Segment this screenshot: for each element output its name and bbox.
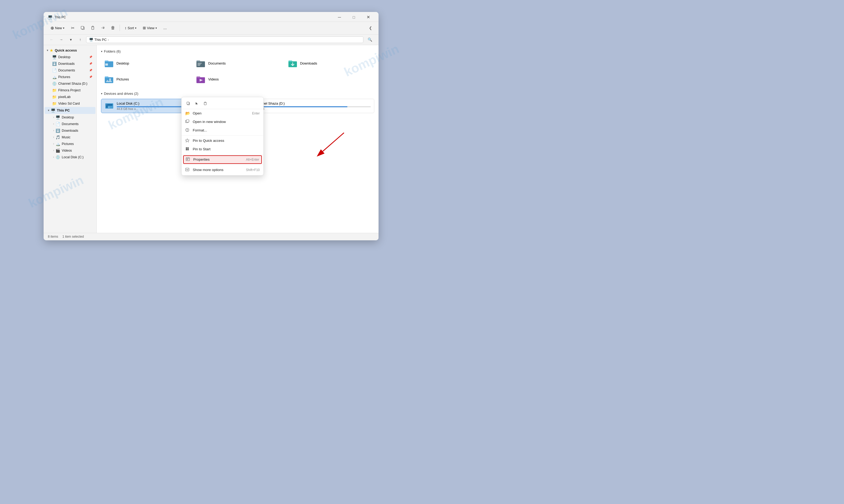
new-button[interactable]: ⊕ New ▾	[48, 24, 67, 32]
folder-item-videos[interactable]: Videos	[193, 72, 282, 86]
ctx-open-new-window[interactable]: Open in new window	[182, 118, 263, 126]
sidebar: ▾ ★ Quick access 🖥️ Desktop 📌 ⬇️ Downloa…	[44, 45, 97, 233]
up-button[interactable]: ↑	[76, 36, 84, 43]
quickaccess-label: Quick access	[55, 48, 77, 52]
desktop-icon: 🖥️	[52, 55, 57, 59]
drive-d-space: ... 8 GB	[254, 107, 371, 110]
chevron-right-icon: ›	[53, 156, 54, 159]
ctx-pin-quickaccess[interactable]: Pin to Quick access	[182, 137, 263, 145]
svg-rect-8	[196, 60, 200, 62]
sidebar-sub-pictures[interactable]: › 🏔️ Pictures	[45, 141, 96, 147]
folder-item-documents[interactable]: Documents	[193, 57, 282, 70]
ctx-cursor-button[interactable]	[193, 100, 201, 107]
svg-rect-39	[186, 149, 187, 150]
sidebar-sub-music[interactable]: › 🎵 Music	[45, 134, 96, 141]
sidebar-sub-desktop[interactable]: › 🖥️ Desktop	[45, 114, 96, 121]
sidebar-item-filmora[interactable]: 📁 Filmora Project	[45, 87, 96, 93]
context-menu-separator-2	[182, 154, 263, 155]
sidebar-item-pixellab[interactable]: 📁 pixelLab	[45, 94, 96, 100]
delete-button[interactable]: 🗑	[108, 23, 118, 32]
context-menu-toolbar	[182, 98, 263, 109]
recent-button[interactable]: ▾	[67, 36, 74, 43]
documents-icon: 📄	[52, 68, 57, 72]
sidebar-filmora-label: Filmora Project	[58, 88, 81, 92]
search-button[interactable]: 🔍	[365, 36, 374, 43]
sidebar-sub-localdisk[interactable]: › 💿 Local Disk (C:)	[45, 154, 96, 160]
minimize-button[interactable]: ─	[333, 14, 346, 21]
pictures-icon: 🏔️	[52, 75, 57, 79]
sort-button[interactable]: ↕ Sort ▾	[122, 24, 139, 31]
status-bar: 8 items 1 item selected	[44, 233, 379, 240]
open-icon: 📂	[185, 111, 190, 116]
sidebar-thispc-header[interactable]: ▾ 🖥️ This PC	[45, 107, 96, 114]
collapse-panel-button[interactable]: ❮	[367, 25, 374, 31]
svg-rect-9	[197, 63, 202, 64]
drive-d-name: Channel Shaza (D:)	[254, 102, 371, 105]
ctx-pin-start-label: Pin to Start	[193, 147, 210, 151]
sidebar-item-desktop[interactable]: 🖥️ Desktop 📌	[45, 54, 96, 60]
sidebar-sub-videos[interactable]: › 🎬 Videos	[45, 147, 96, 154]
ctx-open-label: Open	[193, 111, 202, 115]
sidebar-videosd-label: Video Sd Card	[58, 102, 80, 105]
window-title: This PC	[54, 15, 66, 19]
folder-videos-icon	[196, 75, 206, 84]
copy-button[interactable]	[78, 23, 87, 32]
ctx-format[interactable]: Format...	[182, 126, 263, 134]
folder-documents-label: Documents	[208, 61, 226, 65]
ctx-pin-start[interactable]: Pin to Start	[182, 145, 263, 154]
new-chevron-icon: ▾	[63, 26, 64, 30]
folder-item-downloads[interactable]: Downloads	[285, 57, 374, 70]
content-area: ▾ Folders (6) Desktop	[97, 45, 379, 233]
ctx-open[interactable]: 📂 Open Enter	[182, 109, 263, 118]
maximize-button[interactable]: □	[348, 14, 360, 21]
sidebar-pictures-label: Pictures	[58, 75, 70, 79]
sidebar-item-videosd[interactable]: 📁 Video Sd Card	[45, 101, 96, 107]
open-new-window-icon	[185, 120, 190, 124]
close-button[interactable]: ✕	[362, 14, 374, 21]
folder-item-desktop[interactable]: Desktop	[101, 57, 191, 70]
sidebar-sub-downloads[interactable]: › ⬇️ Downloads	[45, 127, 96, 134]
devices-chevron-icon: ▾	[101, 92, 102, 95]
svg-text:C:: C:	[108, 107, 110, 108]
quick-access-star-icon: ★	[50, 48, 53, 53]
ctx-properties[interactable]: Properties Alt+Enter	[183, 155, 262, 164]
ctx-show-more[interactable]: Show more options Shift+F10	[182, 166, 263, 174]
folder-item-pictures[interactable]: Pictures	[101, 72, 191, 86]
sidebar-item-pictures[interactable]: 🏔️ Pictures 📌	[45, 74, 96, 80]
address-path[interactable]: 🖥️ This PC ›	[86, 36, 363, 43]
folder-icon: 📁	[52, 102, 57, 106]
share-button[interactable]	[98, 23, 107, 32]
sidebar-sub-videos-label: Videos	[62, 149, 72, 152]
svg-rect-45	[186, 168, 189, 171]
properties-icon	[186, 157, 191, 162]
folder-downloads-label: Downloads	[300, 61, 317, 65]
ctx-paste-button[interactable]	[201, 100, 209, 107]
ctx-copy-button[interactable]	[184, 100, 192, 107]
more-button[interactable]: ...	[160, 23, 170, 32]
view-button[interactable]: ⊞ View ▾	[140, 24, 159, 31]
sidebar-item-downloads[interactable]: ⬇️ Downloads 📌	[45, 60, 96, 67]
show-more-icon	[185, 167, 190, 172]
back-button[interactable]: ←	[48, 36, 55, 43]
chevron-down-icon: ▾	[48, 109, 49, 112]
sidebar-item-documents[interactable]: 📄 Documents 📌	[45, 67, 96, 74]
sidebar-item-channelshaza[interactable]: 💿 Channel Shaza (D:)	[45, 80, 96, 87]
folder-icon: 📁	[52, 95, 57, 99]
selected-count: 1 item selected	[63, 235, 84, 238]
toolbar: ⊕ New ▾ ✂ 🗑 ↕ Sort ▾ ⊞ View ▾ ... ❮	[44, 22, 379, 35]
paste-button[interactable]	[88, 23, 97, 32]
path-separator: ›	[108, 38, 109, 42]
svg-rect-1	[81, 26, 84, 29]
chevron-right-icon: ›	[53, 129, 54, 132]
folder-desktop-icon	[104, 59, 114, 68]
svg-rect-38	[187, 147, 189, 149]
svg-rect-18	[196, 76, 200, 78]
forward-button[interactable]: →	[57, 36, 65, 43]
svg-rect-3	[92, 26, 93, 27]
svg-rect-11	[197, 65, 200, 66]
folder-downloads-icon	[288, 59, 297, 68]
svg-line-47	[323, 133, 344, 151]
sidebar-quickaccess-header[interactable]: ▾ ★ Quick access	[44, 47, 97, 54]
cut-button[interactable]: ✂	[68, 23, 77, 32]
sidebar-sub-documents[interactable]: › 📄 Documents	[45, 121, 96, 127]
